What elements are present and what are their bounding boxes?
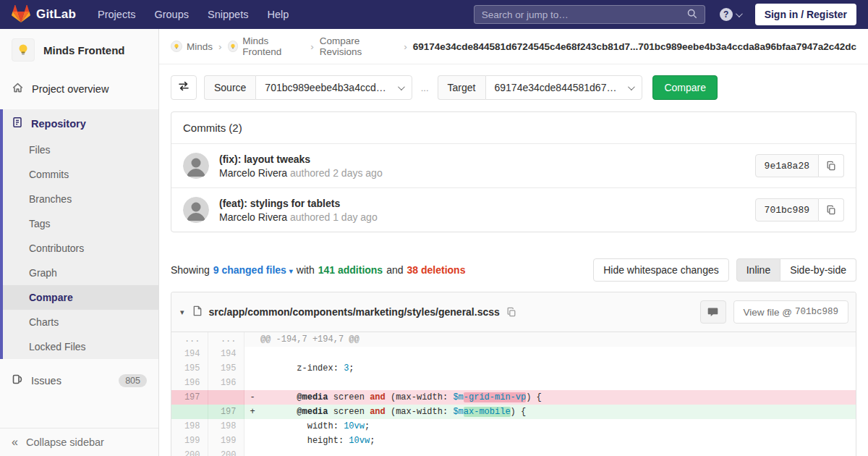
sidebar-item-project-overview[interactable]: Project overview [0, 75, 158, 104]
view-file-button[interactable]: View file @ 701bc989 [733, 300, 849, 324]
sidebar-item-branches[interactable]: Branches [3, 187, 158, 211]
sidebar-item-tags[interactable]: Tags [3, 211, 158, 236]
sidebar-item-repository[interactable]: Repository [3, 109, 158, 138]
new-line-number[interactable]: 200 [208, 448, 244, 456]
diff-line-row: 194 194 [171, 347, 856, 361]
chevron-down-icon [628, 83, 635, 90]
new-line-number[interactable]: 199 [208, 434, 244, 448]
diff-table: ... ... @@ -194,7 +194,7 @@ 194 194 195 … [171, 332, 856, 456]
changed-files-dropdown[interactable]: 9 changed files ▾ [213, 264, 293, 276]
gitlab-logo[interactable]: GitLab [12, 4, 76, 25]
old-line-number[interactable]: 200 [171, 448, 208, 456]
breadcrumb-compare-revisions[interactable]: Compare Revisions [320, 35, 399, 57]
old-line-number: ... [171, 332, 208, 347]
sidebar-item-locked-files[interactable]: Locked Files [3, 334, 158, 359]
breadcrumb-minds[interactable]: Minds [171, 41, 213, 52]
hide-whitespace-button[interactable]: Hide whitespace changes [593, 258, 729, 282]
double-chevron-left-icon: « [12, 436, 18, 448]
new-line-number[interactable]: 195 [208, 361, 244, 376]
copy-path-button[interactable] [506, 307, 516, 317]
collapse-sidebar-label: Collapse sidebar [26, 436, 104, 448]
breadcrumb: Minds › Minds Frontend › Compare Revisio… [159, 29, 868, 64]
diff-file-path[interactable]: src/app/common/components/marketing/styl… [209, 306, 500, 318]
deletions-count: 38 deletions [407, 264, 466, 276]
collapse-sidebar-button[interactable]: « Collapse sidebar [0, 428, 158, 456]
issues-count-badge: 805 [119, 374, 147, 387]
additions-count: 141 additions [318, 264, 383, 276]
diff-line-row: 195 195 z-index: 3; [171, 361, 856, 376]
diff-line-row: 200 200 [171, 448, 856, 456]
old-line-number[interactable]: 194 [171, 347, 208, 361]
commit-author-link[interactable]: Marcelo Rivera [219, 167, 287, 179]
sidebar-item-files[interactable]: Files [3, 138, 158, 162]
new-line-number[interactable] [208, 390, 244, 405]
target-revision-dropdown[interactable]: 69174e34cde844581d67… [485, 75, 643, 100]
nav-help[interactable]: Help [267, 9, 289, 20]
diff-line-row: 198 198 width: 10vw; [171, 419, 856, 434]
sidebar-item-charts[interactable]: Charts [3, 310, 158, 334]
toggle-comments-button[interactable] [700, 300, 726, 324]
commit-byline: Marcelo Rivera authored 1 day ago [219, 211, 378, 223]
swap-arrows-icon [178, 81, 190, 94]
new-line-number[interactable]: 194 [208, 347, 244, 361]
diff-line-code: + @media screen and (max-width: $max-mob… [244, 405, 856, 419]
commit-sha-group: 701bc989 [755, 198, 844, 221]
help-menu[interactable]: ? [720, 8, 741, 21]
source-label: Source [204, 75, 255, 100]
side-by-side-view-button[interactable]: Side-by-side [780, 258, 856, 282]
gitlab-tanuki-icon [12, 4, 30, 25]
avatar[interactable] [183, 153, 209, 179]
main-content: Minds › Minds Frontend › Compare Revisio… [159, 29, 868, 456]
search-box[interactable] [474, 5, 705, 24]
sidebar-item-compare[interactable]: Compare [3, 285, 158, 310]
new-line-number[interactable]: 197 [208, 405, 244, 419]
source-revision-value: 701bc989eebe4b3a4ccd… [265, 82, 386, 93]
new-line-number[interactable]: 198 [208, 419, 244, 434]
repository-section: Repository Files Commits Branches Tags C… [0, 109, 158, 359]
collapse-diff-icon[interactable]: ▾ [179, 308, 186, 317]
comment-icon [707, 307, 718, 317]
search-input[interactable] [482, 9, 687, 20]
project-header[interactable]: Minds Frontend [0, 29, 158, 70]
diff-removed-line-row: 197 - @media screen and (max-width: $m-g… [171, 390, 856, 405]
breadcrumb-minds-frontend[interactable]: Minds Frontend [228, 35, 305, 57]
commit-sha-link[interactable]: 9e1a8a28 [755, 154, 819, 177]
sidebar-item-graph[interactable]: Graph [3, 261, 158, 285]
source-revision-dropdown[interactable]: 701bc989eebe4b3a4ccd… [255, 75, 412, 100]
nav-projects[interactable]: Projects [98, 9, 135, 20]
copy-sha-button[interactable] [819, 198, 844, 221]
old-line-number[interactable]: 197 [171, 390, 208, 405]
sidebar-item-commits[interactable]: Commits [3, 162, 158, 187]
home-icon [12, 82, 24, 96]
old-line-number[interactable]: 198 [171, 419, 208, 434]
new-line-number[interactable]: 196 [208, 376, 244, 390]
diff-line-code [244, 448, 856, 456]
inline-view-button[interactable]: Inline [736, 258, 780, 282]
nav-groups[interactable]: Groups [154, 9, 189, 20]
copy-icon [826, 205, 836, 215]
with-label: with [297, 264, 315, 276]
avatar[interactable] [183, 197, 209, 223]
commit-title-link[interactable]: (fix): layout tweaks [219, 153, 383, 165]
commit-author-link[interactable]: Marcelo Rivera [219, 211, 287, 223]
commit-sha-link[interactable]: 701bc989 [755, 198, 819, 221]
nav-snippets[interactable]: Snippets [208, 9, 248, 20]
commit-title-link[interactable]: (feat): stylings for tablets [219, 198, 378, 209]
compare-button[interactable]: Compare [652, 75, 718, 100]
old-line-number[interactable]: 199 [171, 434, 208, 448]
target-input-group: Target 69174e34cde844581d67… [438, 75, 643, 100]
sign-in-button[interactable]: Sign in / Register [755, 4, 856, 25]
diff-line-code: z-index: 3; [244, 361, 856, 376]
swap-revisions-button[interactable] [171, 75, 197, 100]
sidebar-item-issues[interactable]: Issues 805 [0, 366, 158, 394]
diff-file-header: ▾ src/app/common/components/marketing/st… [171, 292, 856, 332]
old-line-number[interactable]: 196 [171, 376, 208, 390]
issues-icon [12, 373, 23, 387]
diff-line-code: height: 10vw; [244, 434, 856, 448]
old-line-number[interactable] [171, 405, 208, 419]
sidebar-item-contributors[interactable]: Contributors [3, 236, 158, 261]
diff-line-code: width: 10vw; [244, 419, 856, 434]
old-line-number[interactable]: 195 [171, 361, 208, 376]
copy-sha-button[interactable] [819, 154, 844, 177]
diff-line-code [244, 347, 856, 361]
